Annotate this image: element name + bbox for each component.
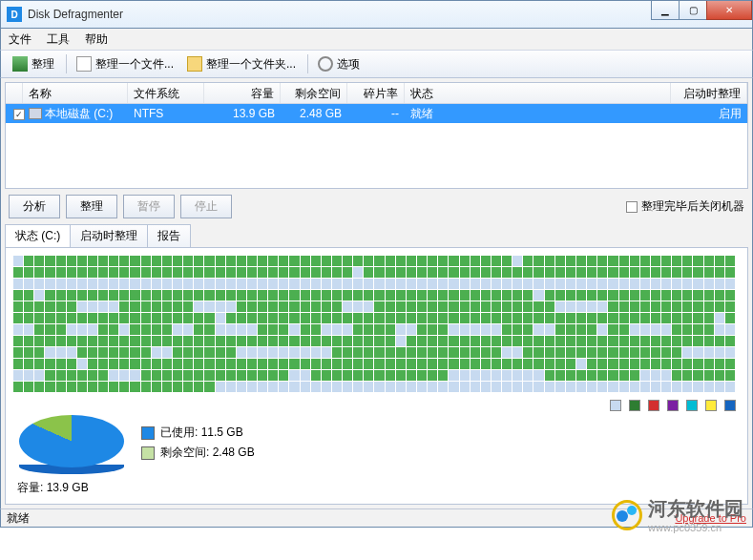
action-bar: 分析 整理 暂停 停止 整理完毕后关闭机器 [5,189,748,224]
free-label: 剩余空间: 2.48 GB [160,445,255,461]
main-panel: 名称 文件系统 容量 剩余空间 碎片率 状态 启动时整理 ✓ 本地磁盘 (C:)… [0,78,753,508]
defrag-button[interactable]: 整理 [66,195,117,218]
used-label: 已使用: 11.5 GB [160,425,243,441]
shutdown-checkbox[interactable] [626,201,638,213]
legend [13,392,740,415]
toolbar-defrag[interactable]: 整理 [7,54,60,74]
toolbar: 整理 整理一个文件... 整理一个文件夹... 选项 [0,50,753,78]
cell-boot: 启用 [671,104,747,124]
shutdown-label: 整理完毕后关闭机器 [641,198,744,215]
col-status[interactable]: 状态 [405,83,671,103]
cell-capacity: 13.9 GB [204,105,281,122]
app-icon: D [7,7,22,22]
minimize-button[interactable]: ▁ [651,1,680,20]
capacity-label: 容量: 13.9 GB [13,480,740,496]
lower-tabs: 状态 (C:) 启动时整理 报告 [5,224,748,247]
tab-report[interactable]: 报告 [147,224,191,247]
tab-boot-defrag[interactable]: 启动时整理 [70,224,148,247]
table-header: 名称 文件系统 容量 剩余空间 碎片率 状态 启动时整理 [6,83,747,104]
separator [307,54,308,73]
legend-swatch [724,400,736,411]
toolbar-options[interactable]: 选项 [312,54,366,74]
drive-icon [29,108,42,119]
col-name[interactable]: 名称 [23,83,128,103]
status-text: 就绪 [7,510,30,527]
col-freespace[interactable]: 剩余空间 [281,83,347,103]
pause-button[interactable]: 暂停 [123,195,175,218]
pie-legend-used [141,426,155,440]
defrag-icon [12,56,28,72]
menu-file[interactable]: 文件 [9,31,31,48]
legend-swatch [629,400,640,411]
legend-swatch [610,400,621,411]
toolbar-defrag-folder[interactable]: 整理一个文件夹... [181,54,302,74]
toolbar-defrag-file[interactable]: 整理一个文件... [71,54,179,74]
status-bar: 就绪 Upgrade to Pro [0,508,753,528]
cell-freespace: 2.48 GB [281,105,347,122]
legend-swatch [648,400,659,411]
separator [66,54,67,73]
menu-tools[interactable]: 工具 [47,31,70,48]
gear-icon [318,56,333,72]
analyze-button[interactable]: 分析 [9,195,60,218]
pie-legend-free [141,446,155,460]
folder-icon [187,56,202,72]
table-row[interactable]: ✓ 本地磁盘 (C:) NTFS 13.9 GB 2.48 GB -- 就绪 启… [6,104,747,123]
col-boot[interactable]: 启动时整理 [671,83,747,103]
menu-bar: 文件 工具 帮助 [0,29,753,50]
legend-swatch [705,400,717,411]
col-fragrate[interactable]: 碎片率 [347,83,405,103]
col-filesystem[interactable]: 文件系统 [128,83,204,103]
window-titlebar: D Disk Defragmenter ▁ ▢ ✕ [0,0,753,29]
close-button[interactable]: ✕ [706,1,752,20]
drive-name: 本地磁盘 (C:) [45,106,113,122]
cell-status: 就绪 [405,104,671,124]
file-icon [76,56,92,72]
legend-swatch [686,400,698,411]
fragmentation-map [13,256,735,392]
stop-button[interactable]: 停止 [180,195,232,218]
upgrade-link[interactable]: Upgrade to Pro [675,512,746,524]
fragmentation-map-panel: 已使用: 11.5 GB 剩余空间: 2.48 GB 容量: 13.9 GB [5,247,748,505]
maximize-button[interactable]: ▢ [679,1,707,20]
pie-chart [19,415,124,474]
disk-usage-section: 已使用: 11.5 GB 剩余空间: 2.48 GB [13,415,740,480]
col-capacity[interactable]: 容量 [204,83,281,103]
cell-fragrate: -- [347,105,405,122]
cell-filesystem: NTFS [128,105,204,122]
legend-swatch [667,400,679,411]
drive-table: 名称 文件系统 容量 剩余空间 碎片率 状态 启动时整理 ✓ 本地磁盘 (C:)… [5,82,748,189]
menu-help[interactable]: 帮助 [85,31,108,48]
window-title: Disk Defragmenter [28,8,123,21]
tab-status[interactable]: 状态 (C:) [5,224,71,247]
